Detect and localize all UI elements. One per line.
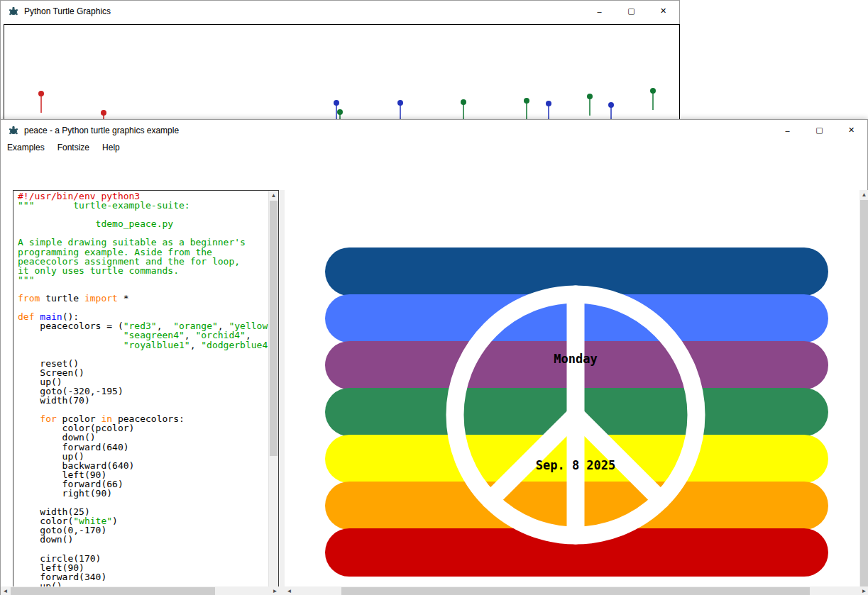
pin-head [334, 100, 339, 106]
code-pane: #!/usr/bin/env python3""" turtle-example… [13, 190, 279, 595]
pin-head [461, 99, 466, 105]
code-line: width(70) [18, 396, 268, 405]
code-horizontal-scrollbar[interactable]: ◄ ► [1, 586, 280, 595]
scroll-up-arrow-icon[interactable]: ▲ [859, 190, 868, 199]
turtle-icon [8, 6, 19, 17]
front-window-titlebar: peace - a Python turtle graphics example… [1, 120, 867, 140]
code-line: "royalblue1", "dodgerblue4") [18, 340, 268, 350]
code-vertical-scrollbar[interactable]: ▲ ▼ [268, 191, 278, 595]
code-line: from turtle import * [18, 294, 268, 303]
scroll-right-arrow-icon[interactable]: ► [270, 586, 280, 595]
peace-drawing: MondaySep. 8 2025 [285, 190, 859, 595]
turtle-icon [8, 125, 19, 136]
scroll-right-arrow-icon[interactable]: ► [859, 586, 868, 595]
pin-head [608, 102, 614, 108]
pane-divider [279, 190, 285, 595]
canvas-label: Monday [554, 352, 597, 366]
pin-head [546, 101, 551, 106]
scroll-up-arrow-icon[interactable]: ▲ [269, 191, 278, 200]
front-maximize-button[interactable]: ▢ [803, 120, 835, 140]
pin-head [397, 100, 403, 106]
front-minimize-button[interactable]: – [771, 120, 803, 140]
peace-demo-window: peace - a Python turtle graphics example… [0, 119, 868, 595]
front-window-title: peace - a Python turtle graphics example [24, 126, 179, 135]
canvas-horizontal-scrollbar[interactable]: ◄ ► [285, 586, 868, 595]
back-minimize-button[interactable]: – [583, 1, 615, 21]
pin-head [337, 109, 343, 115]
scroll-left-arrow-icon[interactable]: ◄ [1, 586, 10, 595]
pin-head [524, 98, 529, 104]
code-hscroll-thumb[interactable] [11, 587, 215, 595]
code-line: it only uses turtle commands. [18, 266, 268, 275]
pin-head [650, 88, 656, 94]
code-line: """ turtle-example-suite: [18, 201, 268, 210]
back-window-title: Python Turtle Graphics [24, 6, 111, 16]
scroll-left-arrow-icon[interactable]: ◄ [285, 586, 294, 595]
pin-head [38, 91, 44, 96]
canvas-vscroll-thumb[interactable] [860, 200, 868, 595]
canvas-label: Sep. 8 2025 [536, 458, 616, 472]
menu-fontsize[interactable]: Fontsize [51, 140, 96, 155]
menu-help[interactable]: Help [96, 140, 126, 155]
canvas-hscroll-thumb[interactable] [341, 587, 810, 595]
code-line: tdemo_peace.py [18, 219, 268, 228]
pin-head [587, 94, 593, 99]
pin-head [101, 110, 106, 116]
back-window-titlebar: Python Turtle Graphics – ▢ ✕ [1, 1, 679, 21]
turtle-canvas: MondaySep. 8 2025 [285, 190, 859, 595]
code-vscroll-thumb[interactable] [270, 201, 278, 456]
code-editor[interactable]: #!/usr/bin/env python3""" turtle-example… [13, 191, 268, 595]
front-close-button[interactable]: ✕ [835, 120, 867, 140]
back-maximize-button[interactable]: ▢ [615, 1, 647, 21]
menubar: Examples Fontsize Help [1, 140, 867, 155]
content-area: #!/usr/bin/env python3""" turtle-example… [1, 155, 867, 594]
back-close-button[interactable]: ✕ [647, 1, 679, 21]
canvas-vertical-scrollbar[interactable]: ▲ ▼ [859, 190, 868, 595]
code-line: down() [18, 535, 268, 544]
menu-examples[interactable]: Examples [1, 140, 51, 155]
code-line: """ [18, 275, 268, 284]
code-line: right(90) [18, 489, 268, 498]
